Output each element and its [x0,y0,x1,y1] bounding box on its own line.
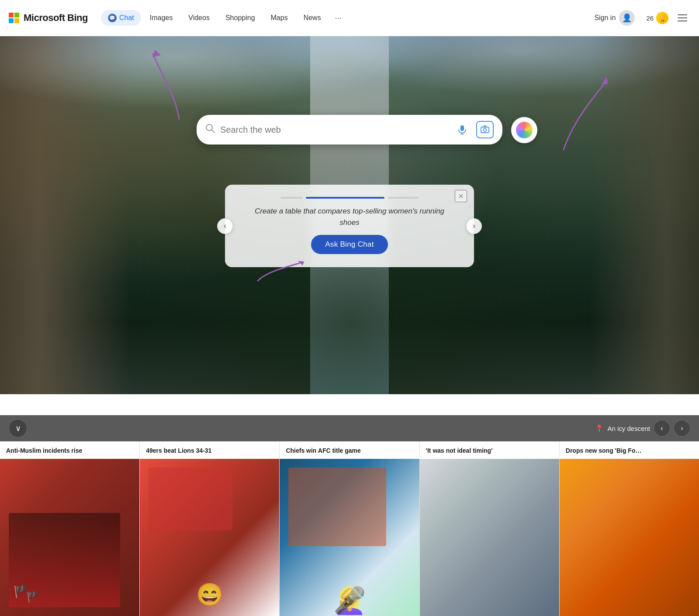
nav-maps[interactable]: Maps [264,10,295,25]
news-img-placeholder-2: 😄 [140,459,279,616]
sign-in-label: Sign in [594,14,616,22]
brand-name: Microsoft Bing [24,12,88,24]
nav-maps-label: Maps [271,14,288,22]
news-card-5[interactable]: Drops new song 'Big Fo… 🎤 [560,441,699,616]
card-nav-next[interactable]: › [466,218,482,234]
card-close-button[interactable]: × [455,190,467,202]
bottom-bar: ∨ 📍 An icy descent ‹ › [0,415,699,441]
nav-videos[interactable]: Videos [181,10,217,25]
sign-in-button[interactable]: Sign in 👤 [589,7,640,28]
reward-count: 26 [646,14,654,22]
nav-chat[interactable]: 💬 Chat [101,10,141,26]
hamburger-icon [678,14,687,21]
news-img-placeholder-1: 🏴 🏴 [0,459,139,616]
card-prompt-text: Create a table that compares top-selling… [247,206,452,228]
nav-right-actions: Sign in 👤 26 🏆 [589,7,690,28]
news-image-1: 🏴 🏴 [0,459,139,616]
nav-more-button[interactable]: ··· [330,10,347,26]
news-title-1: Anti-Muslim incidents rise [0,441,139,459]
snow-overlay [0,36,699,179]
bg-prev-button[interactable]: ‹ [654,420,670,437]
copilot-button[interactable] [511,117,537,143]
logo-cell-blue [9,18,14,23]
nav-news[interactable]: News [297,10,328,25]
svg-line-3 [211,130,215,133]
navbar: Microsoft Bing 💬 Chat Images Videos Shop… [0,0,699,36]
news-img-placeholder-4: 👱‍♀️ [420,459,559,616]
dot-2-active [306,197,384,199]
news-card-2[interactable]: 49ers beat Lions 34-31 😄 [140,441,280,616]
svg-point-8 [484,128,487,131]
search-icon [205,124,215,136]
logo-area[interactable]: Microsoft Bing [9,12,88,24]
nav-videos-label: Videos [188,14,210,22]
scroll-down-button[interactable]: ∨ [9,419,27,437]
location-label: An icy descent [607,425,650,432]
trophy-icon: 🏆 [656,12,668,24]
hamburger-menu-button[interactable] [675,10,690,26]
news-card-4[interactable]: 'It was not ideal timing' 👱‍♀️ [420,441,560,616]
microsoft-logo [9,13,19,23]
logo-cell-yellow [14,18,19,23]
news-title-3: Chiefs win AFC title game [280,441,419,459]
svg-rect-7 [481,127,489,133]
dot-3 [388,197,419,199]
svg-rect-4 [460,125,464,131]
location-info: 📍 An icy descent ‹ › [595,420,690,437]
ask-bing-chat-button[interactable]: Ask Bing Chat [311,235,388,254]
nav-shopping[interactable]: Shopping [218,10,262,25]
nav-chat-label: Chat [119,14,134,22]
nav-news-label: News [304,14,321,22]
nav-images-label: Images [150,14,173,22]
news-image-2: 😄 [140,459,279,616]
search-area [197,115,502,145]
news-title-2: 49ers beat Lions 34-31 [140,441,279,459]
news-card-1[interactable]: Anti-Muslim incidents rise 🏴 🏴 [0,441,140,616]
nav-items: 💬 Chat Images Videos Shopping Maps News … [101,10,589,26]
ask-arrow [253,259,306,285]
microphone-button[interactable] [453,121,471,138]
user-avatar-icon: 👤 [619,10,635,26]
search-input[interactable] [220,125,448,135]
card-progress-dots [247,197,452,199]
logo-cell-red [9,13,14,17]
copilot-icon [516,122,533,138]
news-img-placeholder-5: 🎤 [560,459,699,616]
news-image-4: 👱‍♀️ [420,459,559,616]
search-box [197,115,502,145]
main-content: × ‹ › Create a table that compares top-s… [0,36,699,616]
camera-search-button[interactable] [476,121,494,138]
news-image-5: 🎤 [560,459,699,616]
bg-next-button[interactable]: › [674,420,690,437]
chat-nav-icon: 💬 [108,14,117,22]
chat-prompt-card: × ‹ › Create a table that compares top-s… [225,185,474,267]
nav-shopping-label: Shopping [225,14,255,22]
news-title-4: 'It was not ideal timing' [420,441,559,459]
logo-cell-green [14,13,19,17]
location-pin-icon: 📍 [595,424,604,433]
nav-images[interactable]: Images [143,10,180,25]
card-nav-prev[interactable]: ‹ [217,218,233,234]
news-strip: Anti-Muslim incidents rise 🏴 🏴 49ers bea… [0,441,699,616]
dot-1 [280,197,302,199]
news-title-5: Drops new song 'Big Fo… [560,441,699,459]
reward-badge[interactable]: 26 🏆 [646,12,668,24]
